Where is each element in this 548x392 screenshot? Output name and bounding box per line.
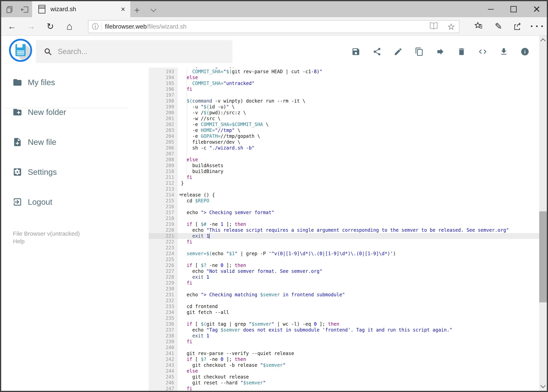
code-line[interactable]: $(command -v winpty) docker run --rm -it…: [178, 98, 539, 104]
help-link[interactable]: Help: [13, 238, 25, 245]
share-icon[interactable]: [510, 17, 526, 35]
code-line[interactable]: [178, 257, 539, 262]
code-line[interactable]: fi: [178, 386, 539, 391]
sidebar-item-new-file[interactable]: New file: [1, 133, 138, 152]
tab-list-chevron-icon[interactable]: [152, 7, 156, 12]
code-line[interactable]: -e COMMIT_SHA=$COMMIT_SHA \: [178, 121, 539, 127]
home-icon[interactable]: ⌂: [62, 17, 76, 35]
window-close-button[interactable]: ✕: [528, 1, 545, 17]
code-line[interactable]: git checkout -b release "$semver": [178, 362, 539, 368]
code-line[interactable]: COMMIT_SHA="untracked": [178, 80, 539, 86]
search-input[interactable]: [57, 47, 215, 56]
code-line[interactable]: if [ $(git tag | grep "$semver" | wc -l)…: [178, 321, 539, 327]
download-icon[interactable]: [499, 47, 508, 56]
code-line[interactable]: [178, 204, 539, 210]
code-line[interactable]: [178, 92, 539, 98]
code-line[interactable]: exit 1: [178, 333, 539, 339]
code-line[interactable]: [178, 216, 539, 221]
scroll-down-icon[interactable]: [540, 383, 546, 388]
code-line[interactable]: echo "> Checking matching $semver in fro…: [178, 292, 539, 298]
code-line[interactable]: echo "Not valid semver format. See semve…: [178, 268, 539, 274]
code-line[interactable]: git reset --hard "$semver": [178, 380, 539, 386]
code-line[interactable]: git checkout release: [178, 374, 539, 380]
site-info-icon[interactable]: ⓘ: [92, 22, 99, 31]
gutter-line-number: 193: [149, 69, 178, 75]
annotate-icon[interactable]: ✎: [491, 17, 506, 35]
copy-icon[interactable]: [415, 47, 424, 56]
scroll-up-icon[interactable]: [540, 38, 546, 44]
code-line[interactable]: echo "Tag $semver does not exist in subm…: [178, 327, 539, 333]
code-line[interactable]: echo "This release script requires a sin…: [178, 227, 539, 233]
forward-icon[interactable]: →: [24, 17, 38, 35]
code-line[interactable]: fi: [178, 339, 539, 345]
favorite-star-icon[interactable]: ☆: [447, 22, 455, 32]
code-line[interactable]: if [ $? -ne 0 ]; then: [178, 262, 539, 268]
code-line[interactable]: -w //src \: [178, 116, 539, 121]
tab-close-icon[interactable]: ×: [121, 5, 125, 14]
code-editor[interactable]: 1921931941951961971981992002012022032042…: [149, 68, 539, 391]
reading-view-icon[interactable]: [430, 22, 438, 31]
code-line[interactable]: -e GOPATH=//tmp/gopath \: [178, 133, 539, 139]
code-line[interactable]: buildAssets: [178, 163, 539, 168]
code-line[interactable]: semver=$(echo "$1" | grep -P '^v(0|[1-9]…: [178, 251, 539, 257]
code-line[interactable]: -e HOME="//tmp" \: [178, 127, 539, 133]
sidebar-item-settings[interactable]: Settings: [1, 163, 138, 182]
delete-icon[interactable]: [457, 47, 466, 56]
code-line[interactable]: if [ $# -ne 1 ]; then: [178, 221, 539, 227]
code-icon[interactable]: [478, 47, 487, 56]
move-icon[interactable]: [436, 47, 445, 56]
code-line[interactable]: sh -c "./wizard.sh -b": [178, 145, 539, 151]
code-line[interactable]: else: [178, 368, 539, 374]
code-line[interactable]: [178, 286, 539, 292]
code-line[interactable]: git fetch --all: [178, 309, 539, 315]
code-line[interactable]: fi: [178, 174, 539, 180]
code-line[interactable]: [178, 186, 539, 192]
window-minimize-button[interactable]: [482, 1, 500, 17]
code-line[interactable]: exit 1: [178, 274, 539, 280]
code-line[interactable]: git rev-parse --verify --quiet release: [178, 350, 539, 356]
new-tab-button[interactable]: +: [134, 5, 140, 15]
code-line[interactable]: cd frontend: [178, 304, 539, 309]
back-icon[interactable]: ←: [5, 17, 19, 35]
browser-tab-wizard[interactable]: wizard.sh ×: [32, 1, 130, 17]
sidebar-item-my-files[interactable]: My files: [1, 73, 138, 92]
code-line[interactable]: release () {: [178, 192, 539, 198]
save-icon[interactable]: [351, 47, 360, 56]
window-maximize-button[interactable]: [505, 1, 522, 17]
code-line[interactable]: fi: [178, 239, 539, 245]
tab-preview-icon[interactable]: [6, 6, 14, 14]
search-box[interactable]: [36, 40, 232, 63]
filebrowser-logo-icon[interactable]: [9, 39, 32, 62]
scrollbar-thumb[interactable]: [539, 211, 547, 302]
code-line[interactable]: -v /$(pwd):/src:z \: [178, 110, 539, 116]
code-line[interactable]: }: [178, 180, 539, 186]
code-line[interactable]: [178, 245, 539, 251]
url-field[interactable]: ⓘ filebrowser.web/files/wizard.sh ☆: [88, 20, 459, 33]
favorites-hub-icon[interactable]: [471, 17, 486, 35]
code-line[interactable]: COMMIT_SHA="$(git rev-parse HEAD | cut -…: [178, 69, 539, 75]
sidebar-item-logout[interactable]: Logout: [1, 193, 138, 211]
code-line[interactable]: else: [178, 157, 539, 163]
refresh-icon[interactable]: ↻: [43, 17, 57, 35]
code-line[interactable]: filebrowser/dev \: [178, 139, 539, 145]
code-line[interactable]: buildBinary: [178, 168, 539, 174]
code-line[interactable]: else: [178, 75, 539, 80]
code-line[interactable]: [178, 345, 539, 350]
code-line[interactable]: if [ $? -ne 0 ]; then: [178, 356, 539, 362]
code-line[interactable]: fi: [178, 86, 539, 92]
code-line[interactable]: [178, 151, 539, 157]
code-line[interactable]: exit 1: [178, 233, 539, 239]
code-line[interactable]: [178, 315, 539, 321]
code-line[interactable]: fi: [178, 280, 539, 286]
code-line[interactable]: echo "> Checking semver format": [178, 210, 539, 216]
more-icon[interactable]: • • •: [529, 17, 545, 35]
code-line[interactable]: cd $REPO: [178, 198, 539, 204]
info-icon[interactable]: [520, 47, 529, 56]
code-line[interactable]: [178, 298, 539, 304]
set-tabs-aside-icon[interactable]: [21, 6, 29, 14]
code-line[interactable]: -u "$(id -u)" \: [178, 104, 539, 110]
share-icon[interactable]: [373, 47, 382, 56]
page-scrollbar[interactable]: [539, 36, 547, 391]
edit-icon[interactable]: [394, 47, 403, 56]
sidebar-item-new-folder[interactable]: New folder: [1, 103, 138, 121]
